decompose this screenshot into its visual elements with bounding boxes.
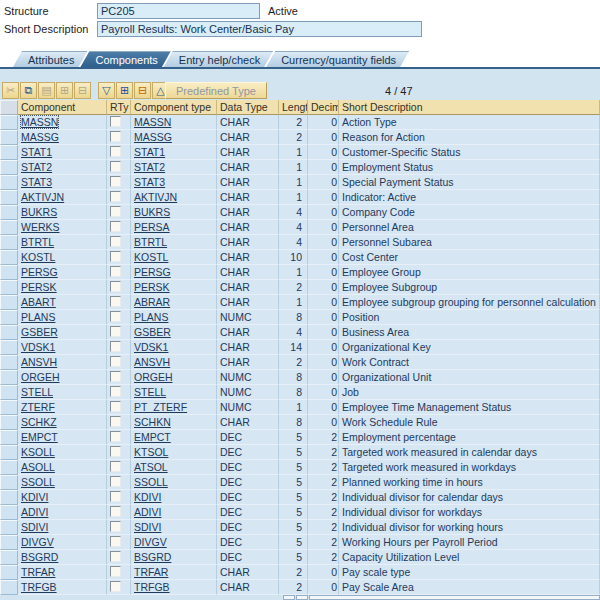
component-link[interactable]: EMPCT [21, 431, 58, 443]
component-link[interactable]: BTRTL [21, 236, 54, 248]
component-type-link[interactable]: STELL [134, 386, 166, 398]
component-link[interactable]: BUKRS [21, 206, 57, 218]
scroll-right-button[interactable] [296, 595, 308, 600]
component-link[interactable]: STELL [21, 386, 53, 398]
component-type-link[interactable]: KOSTL [134, 251, 168, 263]
component-link[interactable]: WERKS [21, 221, 60, 233]
reference-type-checkbox[interactable] [110, 431, 121, 442]
component-type-link[interactable]: MASSG [134, 131, 172, 143]
reference-type-checkbox[interactable] [110, 416, 121, 427]
component-type-link[interactable]: STAT3 [134, 176, 165, 188]
component-link[interactable]: TRFGB [21, 581, 57, 593]
component-type-link[interactable]: TRFAR [134, 566, 168, 578]
column-header-component[interactable]: Component [18, 100, 107, 115]
component-type-link[interactable]: SSOLL [134, 476, 168, 488]
tab-currency-quantity-fields[interactable]: Currency/quantity fields [266, 51, 409, 67]
component-link[interactable]: PLANS [21, 311, 55, 323]
row-select-button[interactable] [0, 115, 18, 130]
component-link[interactable]: KOSTL [21, 251, 55, 263]
component-link[interactable]: ADIVI [21, 506, 48, 518]
reference-type-checkbox[interactable] [110, 161, 121, 172]
row-select-button[interactable] [0, 265, 18, 280]
component-type-link[interactable]: PT_ZTERF [134, 401, 187, 413]
component-link[interactable]: AKTIVJN [21, 191, 64, 203]
component-link[interactable]: STAT2 [21, 161, 52, 173]
reference-type-checkbox[interactable] [110, 581, 121, 592]
row-select-button[interactable] [0, 505, 18, 520]
component-type-link[interactable]: EMPCT [134, 431, 171, 443]
reference-type-checkbox[interactable] [110, 536, 121, 547]
row-select-button[interactable] [0, 460, 18, 475]
component-type-link[interactable]: ABRAR [134, 296, 170, 308]
component-link[interactable]: ZTERF [21, 401, 55, 413]
reference-type-checkbox[interactable] [110, 176, 121, 187]
reference-type-checkbox[interactable] [110, 296, 121, 307]
tab-components[interactable]: Components [80, 51, 170, 67]
component-type-link[interactable]: BUKRS [134, 206, 170, 218]
component-link[interactable]: ABART [21, 296, 56, 308]
delete-row-icon[interactable]: ⊟ [134, 82, 151, 99]
reference-type-checkbox[interactable] [110, 191, 121, 202]
component-link[interactable]: GSBER [21, 326, 58, 338]
component-type-link[interactable]: SCHKN [134, 416, 171, 428]
row-select-button[interactable] [0, 310, 18, 325]
component-type-link[interactable]: ATSOL [134, 461, 168, 473]
component-type-link[interactable]: TRFGB [134, 581, 170, 593]
component-link[interactable]: BSGRD [21, 551, 58, 563]
reference-type-checkbox[interactable] [110, 311, 121, 322]
component-link[interactable]: KSOLL [21, 446, 55, 458]
row-select-button[interactable] [0, 385, 18, 400]
component-link[interactable]: ANSVH [21, 356, 57, 368]
component-type-link[interactable]: ADIVI [134, 506, 161, 518]
component-link[interactable]: PERSG [21, 266, 58, 278]
reference-type-checkbox[interactable] [110, 521, 121, 532]
column-header-component-type[interactable]: Component type [131, 100, 217, 115]
component-link[interactable]: SSOLL [21, 476, 55, 488]
component-type-link[interactable]: VDSK1 [134, 341, 168, 353]
component-type-link[interactable]: MASSN [134, 116, 171, 128]
reference-type-checkbox[interactable] [110, 251, 121, 262]
component-type-link[interactable]: STAT1 [134, 146, 165, 158]
reference-type-checkbox[interactable] [110, 146, 121, 157]
row-select-button[interactable] [0, 415, 18, 430]
reference-type-checkbox[interactable] [110, 371, 121, 382]
component-type-link[interactable]: PERSA [134, 221, 170, 233]
component-link[interactable]: PERSK [21, 281, 57, 293]
row-select-button[interactable] [0, 445, 18, 460]
row-select-button[interactable] [0, 430, 18, 445]
reference-type-checkbox[interactable] [110, 551, 121, 562]
column-header-length[interactable]: Length [279, 100, 308, 115]
row-select-button[interactable] [0, 520, 18, 535]
row-select-button[interactable] [0, 190, 18, 205]
predefined-type-button[interactable]: Predefined Type [165, 82, 267, 99]
component-link[interactable]: VDSK1 [21, 341, 55, 353]
delete-line-icon[interactable]: ⊟ [74, 82, 91, 99]
component-type-link[interactable]: BSGRD [134, 551, 171, 563]
component-link[interactable]: KDIVI [21, 491, 48, 503]
reference-type-checkbox[interactable] [110, 506, 121, 517]
component-type-link[interactable]: BTRTL [134, 236, 167, 248]
reference-type-checkbox[interactable] [110, 356, 121, 367]
structure-input[interactable] [97, 3, 260, 19]
reference-type-checkbox[interactable] [110, 461, 121, 472]
reference-type-checkbox[interactable] [110, 281, 121, 292]
component-link[interactable]: ORGEH [21, 371, 60, 383]
component-type-link[interactable]: ORGEH [134, 371, 173, 383]
component-type-link[interactable]: KTSOL [134, 446, 168, 458]
row-select-button[interactable] [0, 475, 18, 490]
row-select-button[interactable] [0, 550, 18, 565]
reference-type-checkbox[interactable] [110, 476, 121, 487]
row-select-button[interactable] [0, 175, 18, 190]
row-select-button[interactable] [0, 220, 18, 235]
component-link[interactable]: SCHKZ [21, 416, 57, 428]
scroll-track[interactable] [309, 595, 600, 600]
column-header-short-description[interactable]: Short Description [339, 100, 600, 115]
reference-type-checkbox[interactable] [110, 341, 121, 352]
component-link[interactable]: MASSN [21, 116, 58, 128]
row-select-button[interactable] [0, 580, 18, 595]
tab-entry-help-check[interactable]: Entry help/check [164, 51, 273, 67]
component-type-link[interactable]: GSBER [134, 326, 171, 338]
row-select-button[interactable] [0, 235, 18, 250]
component-link[interactable]: STAT1 [21, 146, 52, 158]
reference-type-checkbox[interactable] [110, 206, 121, 217]
